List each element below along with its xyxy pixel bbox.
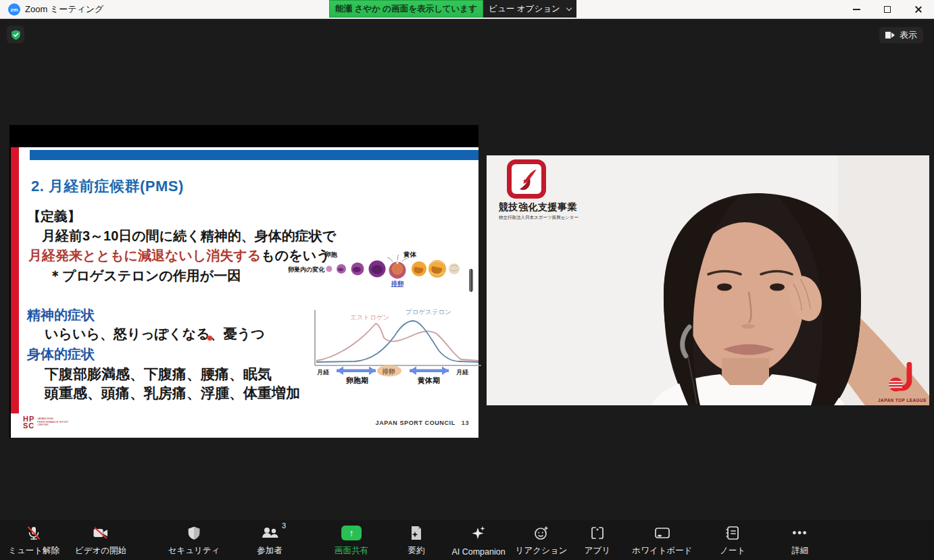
definition-line1: 月経前3～10日の間に続く精神的、身体的症状で bbox=[42, 227, 336, 245]
estrogen-curve-label: エストロゲン bbox=[350, 313, 389, 321]
security-shield-icon bbox=[187, 524, 201, 542]
participant-video-tile[interactable]: 競技強化支援事業 独立行政法人日本スポーツ振興センター JAPAN TOP LE… bbox=[487, 155, 929, 405]
hormone-cycle-chart: エストロゲン プロゲステロン 月経 排卵 月経 卵胞期 bbox=[304, 306, 488, 386]
hpsc-logo: HPSC JAPAN HIGH PERFORMANCE SPORT CENTER bbox=[23, 415, 68, 429]
whiteboard-icon bbox=[654, 524, 671, 542]
ovary-changes-label: 卵巣内の変化 bbox=[287, 266, 325, 273]
reactions-button[interactable]: リアクション bbox=[511, 524, 572, 557]
ovulation-image-label: 排卵 bbox=[391, 280, 403, 287]
physical-symptoms-line2: 頭重感、頭痛、乳房痛、浮腫、体重増加 bbox=[45, 384, 300, 403]
meeting-main-area: 表示 2. 月経前症候群(PMS) 【定義】 月経前3～10日の間に続く精神的、… bbox=[0, 19, 934, 520]
display-view-label: 表示 bbox=[900, 29, 917, 41]
security-label: セキュリティ bbox=[168, 545, 220, 557]
security-button[interactable]: セキュリティ bbox=[164, 524, 224, 557]
follicle-label: 卵胞 bbox=[324, 251, 338, 258]
league-logo-text: JAPAN TOP LEAGUE bbox=[878, 398, 927, 403]
more-label: 詳細 bbox=[792, 545, 809, 557]
program-logo-subtitle: 独立行政法人日本スポーツ振興センター bbox=[499, 215, 600, 221]
participants-label: 参加者 bbox=[257, 545, 282, 557]
corpus-luteum-2 bbox=[428, 260, 446, 278]
japan-top-league-logo: JAPAN TOP LEAGUE bbox=[878, 362, 927, 403]
shield-check-icon bbox=[10, 29, 22, 41]
whiteboard-button[interactable]: ホワイトボード bbox=[627, 524, 697, 557]
league-j-icon bbox=[885, 362, 920, 394]
unmute-label: ミュート解除 bbox=[8, 545, 59, 557]
maximize-icon bbox=[884, 6, 891, 13]
camera-off-icon bbox=[92, 524, 109, 542]
slide-blue-header-bar bbox=[30, 150, 478, 160]
follicle-stage-1 bbox=[326, 266, 333, 272]
share-screen-label: 画面共有 bbox=[335, 545, 368, 557]
notes-icon bbox=[725, 524, 740, 542]
unmute-button[interactable]: ミュート解除 bbox=[1, 524, 66, 557]
gallery-view-icon bbox=[885, 32, 895, 39]
hpsc-logo-subtext: JAPAN HIGH PERFORMANCE SPORT CENTER bbox=[37, 417, 68, 429]
close-icon bbox=[914, 5, 923, 14]
corpus-luteum-1 bbox=[412, 261, 426, 276]
corpus-albicans bbox=[449, 263, 460, 274]
more-button[interactable]: ••• 詳細 bbox=[780, 524, 820, 557]
reactions-label: リアクション bbox=[516, 545, 568, 557]
slide-title: 2. 月経前症候群(PMS) bbox=[31, 176, 184, 197]
apps-button[interactable]: アプリ bbox=[574, 524, 621, 557]
luteal-phase-arrow bbox=[410, 367, 449, 376]
panel-resize-handle[interactable] bbox=[469, 269, 473, 292]
ovary-changes-diagram: 卵胞 黄体 卵巣内の変化 bbox=[287, 249, 480, 288]
notes-button[interactable]: ノート bbox=[709, 524, 756, 557]
view-options-label: ビュー オプション bbox=[489, 3, 560, 15]
slide-page-number: 13 bbox=[462, 419, 469, 426]
menses-right-label: 月経 bbox=[456, 369, 469, 376]
start-video-label: ビデオの開始 bbox=[75, 545, 126, 557]
ovulation-axis-label: 排卵 bbox=[382, 368, 395, 375]
window-controls bbox=[841, 0, 934, 19]
start-video-button[interactable]: ビデオの開始 bbox=[68, 524, 133, 557]
minimize-icon bbox=[853, 9, 860, 9]
meeting-toolbar: ミュート解除 ビデオの開始 セキュリティ bbox=[0, 520, 934, 560]
participants-button[interactable]: 3 参加者 bbox=[243, 524, 297, 557]
slide-footer-right: JAPAN SPORT COUNCIL 13 bbox=[376, 419, 469, 426]
view-options-dropdown[interactable]: ビュー オプション bbox=[483, 0, 576, 18]
zoom-app-icon: zm bbox=[8, 3, 20, 16]
participant-count-badge: 3 bbox=[282, 521, 286, 530]
close-button[interactable] bbox=[903, 0, 934, 19]
japan-sport-council-text: JAPAN SPORT COUNCIL bbox=[376, 419, 456, 426]
chevron-down-icon bbox=[566, 5, 572, 10]
reactions-smiley-icon bbox=[533, 524, 549, 542]
minimize-button[interactable] bbox=[841, 0, 872, 19]
maximize-button[interactable] bbox=[872, 0, 903, 19]
apps-icon bbox=[589, 524, 606, 542]
summary-button[interactable]: 要約 bbox=[396, 524, 437, 557]
mental-symptoms-line: いらいら、怒りっぽくなる、憂うつ bbox=[45, 325, 265, 343]
bird-mark-icon bbox=[513, 166, 540, 193]
follicular-phase-label: 卵胞期 bbox=[345, 376, 368, 384]
display-view-button[interactable]: 表示 bbox=[879, 27, 923, 43]
physical-symptoms-heading: 身体的症状 bbox=[27, 345, 95, 363]
share-screen-button[interactable]: ↑ 画面共有 bbox=[323, 524, 380, 557]
eye-right bbox=[770, 284, 785, 291]
slide-red-accent-bar bbox=[11, 147, 19, 413]
whiteboard-label: ホワイトボード bbox=[632, 545, 692, 557]
definition-red-text: 月経発来とともに減退ないし消失する bbox=[28, 248, 261, 263]
app-identity: zm Zoom ミーティング bbox=[8, 0, 103, 19]
definition-line2: 月経発来とともに減退ないし消失するものをいう bbox=[28, 247, 330, 265]
ovulation-follicle bbox=[387, 255, 408, 279]
definition-note: ＊プロゲステロンの作用が一因 bbox=[49, 267, 241, 285]
more-dots-icon: ••• bbox=[793, 524, 808, 542]
security-shield-button[interactable] bbox=[7, 26, 24, 43]
follicular-phase-arrow bbox=[337, 367, 376, 376]
zoom-meeting-window: zm Zoom ミーティング 能瀬 さやか の画面を表示しています ビュー オプ… bbox=[0, 0, 934, 560]
physical-symptoms-line1: 下腹部膨満感、下腹痛、腰痛、眠気 bbox=[45, 365, 272, 384]
apps-label: アプリ bbox=[585, 545, 610, 557]
share-screen-icon: ↑ bbox=[341, 524, 362, 542]
summary-label: 要約 bbox=[408, 545, 425, 557]
luteal-phase-label: 黄体期 bbox=[417, 376, 440, 385]
mental-symptoms-heading: 精神的症状 bbox=[27, 306, 95, 324]
ai-companion-label: AI Companion bbox=[451, 547, 505, 557]
ai-companion-button[interactable]: AI Companion bbox=[441, 524, 516, 557]
window-title: Zoom ミーティング bbox=[25, 3, 103, 16]
corpus-luteum-label: 黄体 bbox=[403, 251, 417, 258]
program-logo-icon bbox=[507, 159, 546, 199]
participants-icon: 3 bbox=[260, 524, 279, 542]
program-logo-title: 競技強化支援事業 bbox=[499, 201, 600, 213]
definition-heading: 【定義】 bbox=[27, 207, 81, 226]
